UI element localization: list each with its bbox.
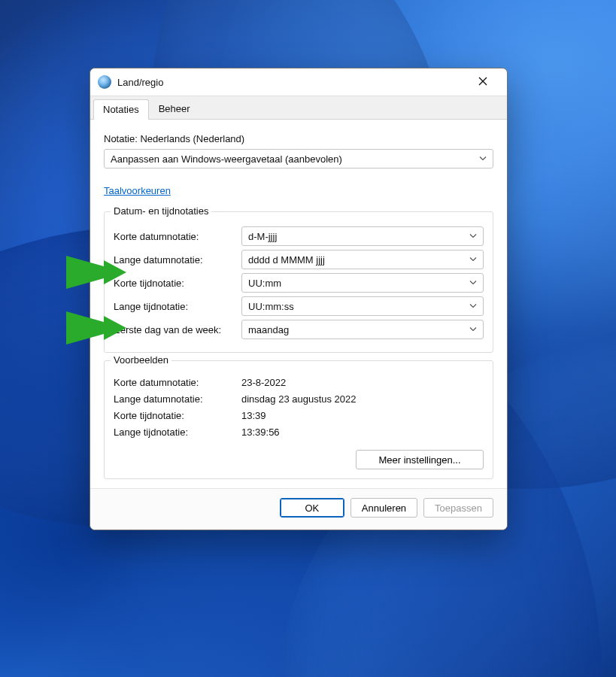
row-label: Lange datumnotatie: — [114, 254, 241, 266]
long-date-combo[interactable]: dddd d MMMM jjjj — [241, 250, 484, 269]
globe-icon — [98, 75, 111, 89]
row-value: 13:39 — [241, 410, 484, 421]
combo-value: dddd d MMMM jjjj — [248, 254, 325, 266]
language-preferences-link[interactable]: Taalvoorkeuren — [104, 185, 171, 196]
apply-button: Toepassen — [423, 498, 493, 518]
chevron-down-icon — [469, 301, 477, 312]
combo-value: UU:mm:ss — [248, 301, 294, 312]
long-time-combo[interactable]: UU:mm:ss — [241, 296, 484, 316]
combo-value: UU:mm — [248, 278, 281, 289]
row-label: Korte tijdnotatie: — [114, 278, 241, 289]
window-title: Land/regio — [117, 77, 468, 88]
first-weekday-combo[interactable]: maandag — [241, 320, 484, 339]
ok-button[interactable]: OK — [280, 498, 344, 518]
example-row: Lange datumnotatie: dinsdag 23 augustus … — [114, 393, 484, 405]
chevron-down-icon — [469, 231, 477, 242]
row-label: Korte tijdnotatie: — [114, 410, 241, 421]
format-label: Notatie: Nederlands (Nederland) — [104, 133, 493, 144]
cancel-button[interactable]: Annuleren — [350, 498, 417, 518]
close-button[interactable] — [468, 71, 498, 93]
tab-beheer[interactable]: Beheer — [149, 99, 200, 119]
row-long-date: Lange datumnotatie: dddd d MMMM jjjj — [114, 250, 484, 269]
close-icon — [478, 77, 487, 88]
row-label: Eerste dag van de week: — [114, 324, 241, 335]
format-combo-value: Aanpassen aan Windows-weergavetaal (aanb… — [111, 153, 342, 165]
row-long-time: Lange tijdnotatie: UU:mm:ss — [114, 296, 484, 316]
row-label: Korte datumnotatie: — [114, 231, 241, 242]
row-short-time: Korte tijdnotatie: UU:mm — [114, 273, 484, 293]
row-label: Lange tijdnotatie: — [114, 427, 241, 438]
tab-notaties[interactable]: Notaties — [93, 99, 149, 120]
dialog-footer: OK Annuleren Toepassen — [90, 488, 507, 530]
combo-value: maandag — [248, 324, 289, 335]
combo-value: d-M-jjjj — [248, 231, 277, 242]
chevron-down-icon — [479, 153, 487, 165]
group-title: Datum- en tijdnotaties — [111, 205, 211, 217]
short-date-combo[interactable]: d-M-jjjj — [241, 226, 484, 246]
examples-group: Voorbeelden Korte datumnotatie: 23-8-202… — [104, 360, 493, 479]
chevron-down-icon — [469, 254, 477, 266]
row-value: dinsdag 23 augustus 2022 — [241, 393, 484, 405]
tab-label: Notaties — [103, 104, 139, 115]
row-label: Lange datumnotatie: — [114, 393, 241, 405]
row-label: Lange tijdnotatie: — [114, 301, 241, 312]
chevron-down-icon — [469, 278, 477, 289]
example-row: Korte tijdnotatie: 13:39 — [114, 410, 484, 421]
tab-label: Beheer — [159, 103, 190, 114]
region-dialog: Land/regio Notaties Beheer Notatie: Nede… — [90, 68, 508, 530]
row-label: Korte datumnotatie: — [114, 377, 241, 388]
row-value: 23-8-2022 — [241, 377, 484, 388]
more-settings-button[interactable]: Meer instellingen... — [356, 450, 484, 469]
group-title: Voorbeelden — [111, 354, 171, 366]
datetime-formats-group: Datum- en tijdnotaties Korte datumnotati… — [104, 211, 493, 353]
format-combo[interactable]: Aanpassen aan Windows-weergavetaal (aanb… — [104, 149, 493, 168]
row-short-date: Korte datumnotatie: d-M-jjjj — [114, 226, 484, 246]
row-value: 13:39:56 — [241, 427, 484, 438]
row-first-weekday: Eerste dag van de week: maandag — [114, 320, 484, 339]
tabstrip: Notaties Beheer — [90, 96, 507, 120]
titlebar: Land/regio — [90, 68, 507, 96]
chevron-down-icon — [469, 324, 477, 335]
example-row: Lange tijdnotatie: 13:39:56 — [114, 427, 484, 438]
dialog-body: Notatie: Nederlands (Nederland) Aanpasse… — [90, 120, 507, 488]
short-time-combo[interactable]: UU:mm — [241, 273, 484, 293]
example-row: Korte datumnotatie: 23-8-2022 — [114, 377, 484, 388]
